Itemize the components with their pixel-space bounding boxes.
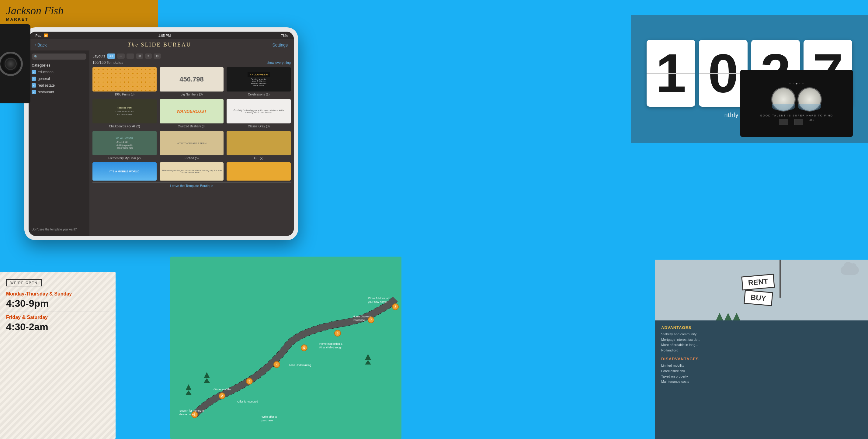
check-icon-education: ✓ — [32, 70, 36, 74]
layouts-label: Layouts — [92, 54, 105, 58]
ipad-nav-bar: ‹ Back The SLIDE BUREAU Settings — [29, 39, 294, 51]
slide-bureau-title: The SLIDE BUREAU — [128, 42, 191, 48]
template-civilized-label: Civilized Bestiary (8) — [160, 125, 224, 128]
svg-text:desired area: desired area — [180, 413, 195, 416]
template-generic-thumb — [226, 131, 291, 155]
template-celebrations-thumb: HALLOWEEN Serving VampireKiss & Witch'sB… — [226, 67, 291, 92]
template-elementary-thumb: WE WILL COVER • Point & Kill • Add tips … — [92, 131, 157, 155]
classicgray-quote: Creativity is allowing yourself to make … — [228, 108, 289, 115]
template-big-numbers[interactable]: 456.798 Big Numbers (3) — [160, 67, 224, 96]
binoculars-card: · · · · · ◆ · · · · · GOOD TALENT IS SUP… — [740, 70, 853, 137]
camera-lens — [0, 52, 23, 76]
bino-right-circle — [798, 87, 822, 112]
svg-text:Write offer to: Write offer to — [261, 415, 277, 418]
template-civilized-bestiary[interactable]: WANDERLUST Civilized Bestiary (8) — [160, 99, 224, 128]
halloween-banner: HALLOWEEN — [248, 72, 270, 77]
disadvantage-2: Foreclosure risk — [661, 369, 862, 374]
hours-time-2: 4:30-2am — [6, 321, 110, 333]
rent-buy-upper: RENT BUY — [655, 260, 868, 320]
layout-single-button[interactable]: ▭ — [117, 54, 125, 59]
jackson-market-label: MARKET — [6, 17, 64, 22]
disadvantage-1: Limited mobility — [661, 363, 862, 369]
search-icon: 🔍 — [34, 55, 38, 58]
template-generic-label: G... (x) — [226, 157, 291, 160]
show-everything-button[interactable]: show everything — [267, 61, 291, 64]
template-1965-label: 1965 Prints (5) — [92, 93, 157, 96]
big-number-value: 456.798 — [180, 75, 204, 83]
template-mobile-thumb: IT'S A MOBILE WORLD — [92, 162, 157, 181]
template-generic[interactable]: G... (x) — [226, 131, 291, 160]
template-elementary[interactable]: WE WILL COVER • Point & Kill • Add tips … — [92, 131, 157, 160]
category-general[interactable]: ✓ general — [32, 76, 86, 81]
template-civilized-thumb: WANDERLUST — [160, 99, 224, 123]
svg-text:8: 8 — [395, 305, 396, 309]
templates-grid: 1965 Prints (5) 456.798 Big Numbers (3) … — [92, 67, 291, 160]
category-realestate-label: real estate — [38, 83, 55, 88]
ipad-device-label: iPad — [35, 34, 41, 37]
road-map-panel: 1 2 3 4 5 6 7 8 Search for homes in — [170, 257, 401, 439]
advantage-4: No landlord — [661, 348, 862, 353]
template-orange-thumb — [226, 162, 291, 181]
back-button[interactable]: ‹ Back — [35, 42, 47, 48]
layout-compare-button[interactable]: ⊟ — [154, 54, 161, 59]
svg-text:· Write an Offer: · Write an Offer — [213, 388, 231, 391]
camera-lens-inner — [5, 58, 17, 70]
category-education-label: education — [38, 70, 54, 74]
template-quote[interactable]: "Whenever you find yourself on the side … — [160, 162, 224, 181]
jackson-fish-title: Jackson Fish — [6, 5, 64, 17]
settings-button[interactable]: Settings — [272, 42, 288, 48]
svg-text:Home Inspection &: Home Inspection & — [319, 342, 342, 345]
road-map-svg: 1 2 3 4 5 6 7 8 Search for homes in — [170, 257, 401, 439]
template-classicgray-label: Classic Gray (3) — [226, 125, 291, 128]
svg-marker-16 — [186, 384, 192, 390]
open-badge: WE'RE OPEN — [6, 279, 42, 286]
svg-text:3: 3 — [248, 380, 250, 383]
leave-boutique-button[interactable]: Leave the Template Boutique — [92, 182, 291, 189]
dont-see-text: Don't see the template you want? — [32, 226, 86, 233]
layout-grid-button[interactable]: ⊞ — [136, 54, 143, 59]
template-mobile[interactable]: IT'S A MOBILE WORLD — [92, 162, 157, 181]
svg-marker-20 — [365, 354, 371, 360]
disadvantage-4: Maintenance costs — [661, 379, 862, 384]
layout-list1-button[interactable]: ☰ — [126, 54, 134, 59]
binoculars-bottom-bar: 42+ — [779, 119, 814, 125]
advantage-2: Mortgage-interest tax de... — [661, 337, 862, 343]
svg-text:purchase: purchase — [261, 419, 273, 422]
svg-text:Final Walk-through: Final Walk-through — [319, 346, 342, 349]
template-1965-prints[interactable]: 1965 Prints (5) — [92, 67, 157, 96]
category-restaurant[interactable]: ✓ restaurant — [32, 90, 86, 94]
layout-all-button[interactable]: All — [107, 54, 115, 59]
templates-row4: IT'S A MOBILE WORLD "Whenever you find y… — [92, 162, 291, 181]
templates-count: 150/150 Templates — [92, 61, 123, 65]
template-orange[interactable] — [226, 162, 291, 181]
template-etched[interactable]: HOW TO CREATE A TEAM Etched (5) — [160, 131, 224, 160]
svg-text:2: 2 — [221, 394, 223, 398]
advantage-1: Stability and community — [661, 332, 862, 337]
category-education[interactable]: ✓ education — [32, 70, 86, 74]
search-input[interactable] — [39, 55, 84, 58]
layout-list2-button[interactable]: ≡ — [145, 54, 152, 59]
advantages-list: Stability and community Mortgage-interes… — [661, 332, 862, 353]
search-box[interactable]: 🔍 — [32, 54, 86, 60]
category-real-estate[interactable]: ✓ real estate — [32, 83, 86, 88]
categories-title: Categories — [32, 63, 86, 67]
advantage-3: More affordable in long... — [661, 342, 862, 348]
disadvantages-title: DISADVANTAGES — [661, 356, 862, 361]
back-chevron-icon: ‹ — [35, 42, 36, 48]
template-celebrations[interactable]: HALLOWEEN Serving VampireKiss & Witch'sB… — [226, 67, 291, 96]
disadvantages-list: Limited mobility Foreclosure risk Taxed … — [661, 363, 862, 384]
check-icon-restaurant: ✓ — [32, 90, 36, 94]
sidebar: 🔍 Categories ✓ education ✓ general ✓ rea… — [29, 51, 89, 236]
template-elementary-label: Elementary My Dear (2) — [92, 157, 157, 160]
template-chalkboards[interactable]: Roasted Park Chalkboards for Alltext sam… — [92, 99, 157, 128]
template-etched-label: Etched (5) — [160, 157, 224, 160]
disadvantage-3: Taxed on property — [661, 374, 862, 379]
check-icon-general: ✓ — [32, 76, 36, 81]
flip-digit-1: 1 — [647, 40, 695, 107]
buy-sign: BUY — [744, 290, 773, 306]
template-celebrations-label: Celebrations (1) — [226, 93, 291, 96]
template-bignumbers-thumb: 456.798 — [160, 67, 224, 92]
template-classic-gray[interactable]: Creativity is allowing yourself to make … — [226, 99, 291, 128]
main-content: Layouts All ▭ ☰ ⊞ ≡ ⊟ 150/150 Templates … — [89, 51, 294, 236]
wanderlust-text: WANDERLUST — [177, 109, 207, 114]
